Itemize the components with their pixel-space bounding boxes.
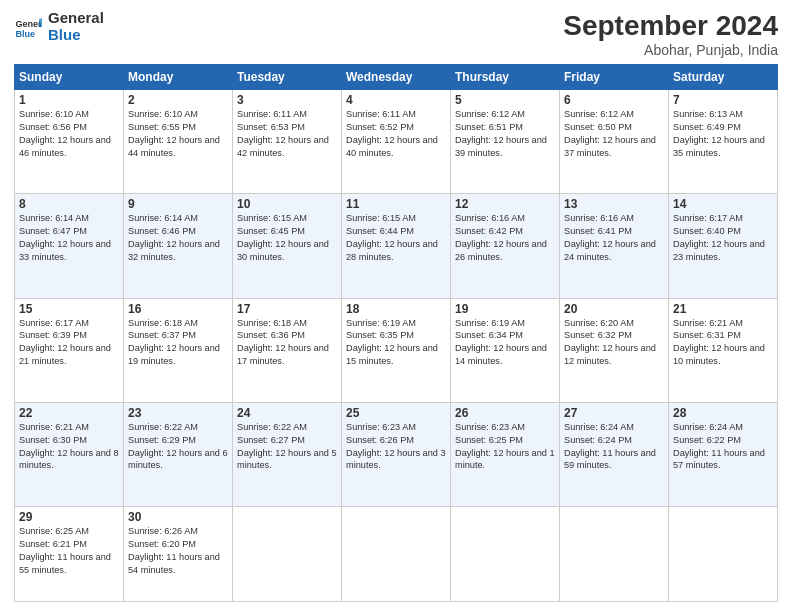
weekday-header-thursday: Thursday [451,65,560,90]
day-number: 10 [237,197,337,211]
day-info: Sunrise: 6:12 AMSunset: 6:50 PMDaylight:… [564,108,664,160]
day-number: 1 [19,93,119,107]
calendar-cell: 4Sunrise: 6:11 AMSunset: 6:52 PMDaylight… [342,90,451,194]
day-info: Sunrise: 6:23 AMSunset: 6:25 PMDaylight:… [455,421,555,473]
weekday-header-tuesday: Tuesday [233,65,342,90]
svg-text:Blue: Blue [15,28,35,38]
logo-icon: General Blue [14,13,42,41]
calendar-cell: 16Sunrise: 6:18 AMSunset: 6:37 PMDayligh… [124,298,233,402]
day-info: Sunrise: 6:17 AMSunset: 6:39 PMDaylight:… [19,317,119,369]
week-row-5: 29Sunrise: 6:25 AMSunset: 6:21 PMDayligh… [15,507,778,602]
calendar-cell: 25Sunrise: 6:23 AMSunset: 6:26 PMDayligh… [342,402,451,506]
calendar-cell [233,507,342,602]
location-subtitle: Abohar, Punjab, India [563,42,778,58]
calendar-cell: 12Sunrise: 6:16 AMSunset: 6:42 PMDayligh… [451,194,560,298]
day-number: 14 [673,197,773,211]
calendar-cell: 22Sunrise: 6:21 AMSunset: 6:30 PMDayligh… [15,402,124,506]
calendar-cell [342,507,451,602]
weekday-header-monday: Monday [124,65,233,90]
day-number: 15 [19,302,119,316]
week-row-4: 22Sunrise: 6:21 AMSunset: 6:30 PMDayligh… [15,402,778,506]
weekday-header-row: SundayMondayTuesdayWednesdayThursdayFrid… [15,65,778,90]
calendar-cell: 23Sunrise: 6:22 AMSunset: 6:29 PMDayligh… [124,402,233,506]
calendar-cell [669,507,778,602]
calendar-cell: 5Sunrise: 6:12 AMSunset: 6:51 PMDaylight… [451,90,560,194]
calendar-cell [560,507,669,602]
calendar-cell: 17Sunrise: 6:18 AMSunset: 6:36 PMDayligh… [233,298,342,402]
day-number: 28 [673,406,773,420]
day-number: 12 [455,197,555,211]
day-number: 27 [564,406,664,420]
calendar-cell: 10Sunrise: 6:15 AMSunset: 6:45 PMDayligh… [233,194,342,298]
day-info: Sunrise: 6:22 AMSunset: 6:27 PMDaylight:… [237,421,337,473]
calendar-cell: 30Sunrise: 6:26 AMSunset: 6:20 PMDayligh… [124,507,233,602]
calendar-cell: 8Sunrise: 6:14 AMSunset: 6:47 PMDaylight… [15,194,124,298]
weekday-header-sunday: Sunday [15,65,124,90]
day-info: Sunrise: 6:24 AMSunset: 6:24 PMDaylight:… [564,421,664,473]
day-info: Sunrise: 6:19 AMSunset: 6:35 PMDaylight:… [346,317,446,369]
day-info: Sunrise: 6:15 AMSunset: 6:44 PMDaylight:… [346,212,446,264]
day-info: Sunrise: 6:17 AMSunset: 6:40 PMDaylight:… [673,212,773,264]
day-info: Sunrise: 6:18 AMSunset: 6:36 PMDaylight:… [237,317,337,369]
weekday-header-friday: Friday [560,65,669,90]
day-number: 19 [455,302,555,316]
day-number: 2 [128,93,228,107]
calendar-cell: 3Sunrise: 6:11 AMSunset: 6:53 PMDaylight… [233,90,342,194]
day-number: 17 [237,302,337,316]
calendar-cell: 1Sunrise: 6:10 AMSunset: 6:56 PMDaylight… [15,90,124,194]
day-number: 9 [128,197,228,211]
day-info: Sunrise: 6:13 AMSunset: 6:49 PMDaylight:… [673,108,773,160]
day-info: Sunrise: 6:10 AMSunset: 6:56 PMDaylight:… [19,108,119,160]
week-row-2: 8Sunrise: 6:14 AMSunset: 6:47 PMDaylight… [15,194,778,298]
day-number: 22 [19,406,119,420]
calendar-cell: 14Sunrise: 6:17 AMSunset: 6:40 PMDayligh… [669,194,778,298]
day-number: 6 [564,93,664,107]
calendar-cell: 27Sunrise: 6:24 AMSunset: 6:24 PMDayligh… [560,402,669,506]
day-number: 7 [673,93,773,107]
calendar-cell: 15Sunrise: 6:17 AMSunset: 6:39 PMDayligh… [15,298,124,402]
title-section: September 2024 Abohar, Punjab, India [563,10,778,58]
day-number: 26 [455,406,555,420]
calendar-cell [451,507,560,602]
day-info: Sunrise: 6:12 AMSunset: 6:51 PMDaylight:… [455,108,555,160]
calendar-cell: 11Sunrise: 6:15 AMSunset: 6:44 PMDayligh… [342,194,451,298]
calendar-cell: 29Sunrise: 6:25 AMSunset: 6:21 PMDayligh… [15,507,124,602]
day-info: Sunrise: 6:19 AMSunset: 6:34 PMDaylight:… [455,317,555,369]
calendar-cell: 26Sunrise: 6:23 AMSunset: 6:25 PMDayligh… [451,402,560,506]
calendar-cell: 24Sunrise: 6:22 AMSunset: 6:27 PMDayligh… [233,402,342,506]
weekday-header-saturday: Saturday [669,65,778,90]
day-info: Sunrise: 6:14 AMSunset: 6:47 PMDaylight:… [19,212,119,264]
day-number: 23 [128,406,228,420]
day-number: 13 [564,197,664,211]
day-info: Sunrise: 6:22 AMSunset: 6:29 PMDaylight:… [128,421,228,473]
week-row-3: 15Sunrise: 6:17 AMSunset: 6:39 PMDayligh… [15,298,778,402]
day-info: Sunrise: 6:15 AMSunset: 6:45 PMDaylight:… [237,212,337,264]
day-number: 3 [237,93,337,107]
calendar-cell: 7Sunrise: 6:13 AMSunset: 6:49 PMDaylight… [669,90,778,194]
day-info: Sunrise: 6:24 AMSunset: 6:22 PMDaylight:… [673,421,773,473]
day-number: 18 [346,302,446,316]
logo-blue: Blue [48,27,104,44]
day-number: 29 [19,510,119,524]
day-info: Sunrise: 6:23 AMSunset: 6:26 PMDaylight:… [346,421,446,473]
day-info: Sunrise: 6:16 AMSunset: 6:41 PMDaylight:… [564,212,664,264]
calendar-cell: 13Sunrise: 6:16 AMSunset: 6:41 PMDayligh… [560,194,669,298]
month-title: September 2024 [563,10,778,42]
day-number: 11 [346,197,446,211]
day-number: 5 [455,93,555,107]
day-info: Sunrise: 6:18 AMSunset: 6:37 PMDaylight:… [128,317,228,369]
calendar-cell: 18Sunrise: 6:19 AMSunset: 6:35 PMDayligh… [342,298,451,402]
svg-text:General: General [15,19,42,29]
day-number: 4 [346,93,446,107]
day-number: 20 [564,302,664,316]
calendar-cell: 28Sunrise: 6:24 AMSunset: 6:22 PMDayligh… [669,402,778,506]
week-row-1: 1Sunrise: 6:10 AMSunset: 6:56 PMDaylight… [15,90,778,194]
page: General Blue General Blue September 2024… [0,0,792,612]
calendar-cell: 20Sunrise: 6:20 AMSunset: 6:32 PMDayligh… [560,298,669,402]
day-info: Sunrise: 6:16 AMSunset: 6:42 PMDaylight:… [455,212,555,264]
day-info: Sunrise: 6:10 AMSunset: 6:55 PMDaylight:… [128,108,228,160]
calendar-table: SundayMondayTuesdayWednesdayThursdayFrid… [14,64,778,602]
day-info: Sunrise: 6:21 AMSunset: 6:30 PMDaylight:… [19,421,119,473]
day-info: Sunrise: 6:14 AMSunset: 6:46 PMDaylight:… [128,212,228,264]
logo: General Blue General Blue [14,10,104,43]
